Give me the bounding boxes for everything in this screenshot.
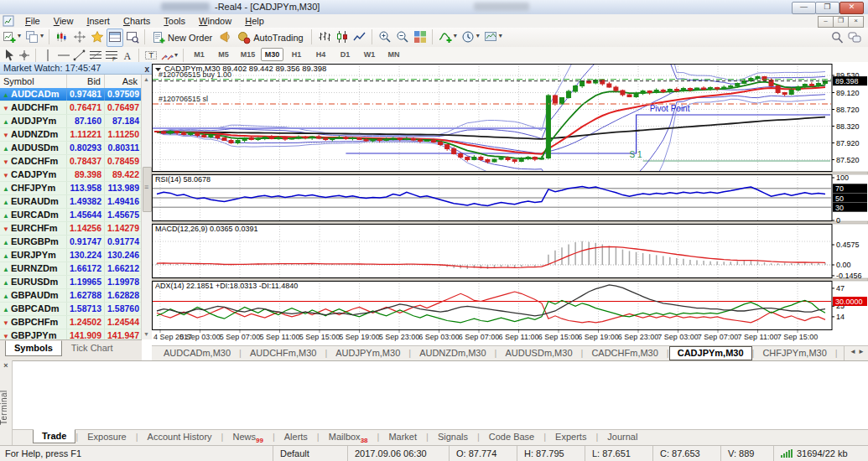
chevron-down-icon[interactable]: ▾: [476, 32, 480, 39]
expert-advisors-button[interactable]: [217, 28, 234, 47]
fibo-levels-tool-button[interactable]: F: [104, 48, 119, 62]
terminal-tab-experts[interactable]: Experts: [546, 430, 595, 444]
market-watch-row[interactable]: ▲AUDJPYm87.16087.184: [0, 115, 142, 128]
menu-item-insert[interactable]: Insert: [80, 14, 117, 28]
timeframe-mn-button[interactable]: MN: [382, 48, 405, 61]
market-watch-row[interactable]: ▲GBPAUDm1.627881.62828: [0, 289, 142, 303]
terminal-tab-alerts[interactable]: Alerts: [275, 430, 317, 444]
market-watch-row[interactable]: ▼CADJPYm89.39889.422: [0, 168, 142, 182]
text-label-tool-button[interactable]: T: [143, 48, 159, 62]
market-watch-scrollbar[interactable]: ▲ ▼: [141, 75, 152, 339]
zoom-out-button[interactable]: [394, 28, 411, 47]
mdi-restore-icon[interactable]: ❐: [833, 16, 849, 28]
column-header-ask[interactable]: Ask: [105, 75, 142, 88]
chart-tab-audcadm-m30[interactable]: AUDCADm,M30: [155, 346, 239, 360]
fibonacci-tool-button[interactable]: [88, 48, 103, 62]
market-watch-row[interactable]: ▼CADCHFm0.784370.78459: [0, 155, 142, 168]
menu-item-file[interactable]: File: [18, 14, 47, 28]
scroll-up-icon[interactable]: ▲: [142, 75, 151, 85]
chart-tab-audjpym-m30[interactable]: AUDJPYm,M30: [327, 346, 408, 360]
timeframe-w1-button[interactable]: W1: [358, 48, 381, 61]
market-watch-row[interactable]: ▲EURUSDm1.199651.19978: [0, 276, 142, 289]
market-watch-tab-symbols[interactable]: Symbols: [5, 340, 62, 356]
market-watch-row[interactable]: ▲EURAUDm1.493821.49416: [0, 195, 142, 209]
terminal-tab-trade[interactable]: Trade: [33, 429, 75, 443]
autotrading-button[interactable]: AutoTrading: [235, 28, 308, 46]
mdi-close-icon[interactable]: ×: [848, 16, 864, 28]
search-button[interactable]: [829, 29, 845, 48]
timeframe-h4-button[interactable]: H4: [309, 48, 332, 61]
market-watch-row[interactable]: ▼AUDCHFm0.764710.76497: [0, 101, 142, 115]
periods-button[interactable]: [460, 28, 476, 47]
close-button[interactable]: ✕: [839, 2, 864, 14]
timeframe-h1-button[interactable]: H1: [285, 48, 308, 61]
market-watch-row[interactable]: ▼GBPCHFm1.245021.24544: [0, 316, 142, 329]
profiles-button[interactable]: [23, 28, 40, 47]
price-chart[interactable]: 4 Sep 20175 Sep 03:005 Sep 07:005 Sep 11…: [152, 62, 868, 345]
menu-item-view[interactable]: View: [47, 14, 81, 28]
community-chat-button[interactable]: [846, 29, 863, 48]
chart-tab-cadjpym-m30[interactable]: CADJPYm,M30: [669, 346, 752, 360]
market-watch-tab-tick-chart[interactable]: Tick Chart: [62, 340, 122, 356]
menu-item-window[interactable]: Window: [192, 14, 238, 28]
menu-item-tools[interactable]: Tools: [157, 14, 192, 28]
templates-button[interactable]: [482, 28, 499, 47]
minimize-button[interactable]: —: [792, 2, 816, 14]
tab-scroll-arrows[interactable]: ◄ ►: [844, 346, 868, 361]
trendline-tool-button[interactable]: [72, 48, 87, 62]
market-watch-row[interactable]: ▲AUDUSDm0.802930.80311: [0, 142, 142, 155]
chevron-down-icon[interactable]: ▾: [18, 32, 21, 39]
chevron-down-icon[interactable]: ▾: [174, 51, 178, 59]
bar-chart-mode-button[interactable]: [316, 28, 333, 47]
chart-tab-chfjpym-m30[interactable]: CHFJPYm,M30: [754, 346, 834, 360]
candlestick-mode-button[interactable]: [334, 28, 351, 47]
terminal-tab-code-base[interactable]: Code Base: [480, 430, 543, 444]
menu-item-charts[interactable]: Charts: [117, 14, 157, 28]
scroll-down-icon[interactable]: ▼: [142, 329, 151, 339]
terminal-tab-journal[interactable]: Journal: [598, 430, 647, 444]
chart-tab-audchfm-m30[interactable]: AUDCHFm,M30: [242, 346, 325, 360]
line-chart-mode-button[interactable]: [351, 28, 368, 47]
chevron-down-icon[interactable]: ▾: [499, 32, 502, 39]
terminal-tab-signals[interactable]: Signals: [429, 430, 477, 444]
column-header-symbol[interactable]: Symbol: [0, 75, 67, 88]
market-watch-toggle-button[interactable]: [54, 28, 70, 47]
timeframe-m1-button[interactable]: M1: [188, 48, 211, 61]
market-watch-row[interactable]: ▲EURJPYm130.224130.246: [0, 249, 142, 262]
indicators-list-button[interactable]: [437, 28, 454, 47]
market-watch-row[interactable]: ▼EURCHFm1.142561.14279: [0, 222, 142, 236]
terminal-tab-mailbox[interactable]: Mailbox38: [320, 430, 377, 447]
tile-windows-button[interactable]: [412, 28, 429, 47]
terminal-tab-account-history[interactable]: Account History: [138, 430, 221, 444]
market-watch-row[interactable]: ▲EURGBPm0.917470.91774: [0, 236, 142, 249]
market-watch-row[interactable]: ▲EURCADm1.456441.45675: [0, 209, 142, 222]
scrollbar-thumb[interactable]: [143, 167, 152, 212]
market-watch-row[interactable]: ▼AUDNZDm1.112211.11250: [0, 128, 142, 142]
close-icon[interactable]: x: [144, 63, 149, 75]
cursor-tool-button[interactable]: [1, 48, 16, 62]
favorites-button[interactable]: [89, 28, 106, 47]
vertical-line-tool-button[interactable]: [40, 48, 55, 62]
terminal-tab-news[interactable]: News99: [223, 430, 272, 447]
mdi-minimize-icon[interactable]: –: [818, 16, 834, 28]
column-header-bid[interactable]: Bid: [67, 75, 105, 88]
new-chart-button[interactable]: [1, 28, 18, 47]
strategy-tester-button[interactable]: [124, 28, 141, 47]
menu-item-help[interactable]: Help: [238, 14, 271, 28]
new-order-button[interactable]: New Order: [149, 28, 216, 46]
timeframe-m30-button[interactable]: M30: [261, 48, 283, 61]
text-tool-button[interactable]: A: [120, 48, 135, 62]
market-watch-row[interactable]: ▲CHFJPYm113.958113.989: [0, 182, 142, 195]
chevron-down-icon[interactable]: ▾: [40, 32, 44, 39]
navigator-toggle-button[interactable]: [71, 28, 88, 47]
arrows-tool-button[interactable]: [159, 48, 174, 62]
zoom-in-button[interactable]: [377, 28, 393, 47]
restore-button[interactable]: ❐: [815, 2, 839, 14]
close-icon[interactable]: ×: [0, 361, 12, 370]
market-watch-row[interactable]: ▲GBPCADm1.587131.58760: [0, 303, 142, 316]
market-watch-row[interactable]: ▲EURNZDm1.661721.66212: [0, 262, 142, 276]
timeframe-m5-button[interactable]: M5: [212, 48, 235, 61]
terminal-toggle-button[interactable]: [107, 28, 123, 47]
chart-tab-audnzdm-m30[interactable]: AUDNZDm,M30: [411, 346, 494, 360]
chevron-down-icon[interactable]: ▾: [454, 32, 457, 39]
